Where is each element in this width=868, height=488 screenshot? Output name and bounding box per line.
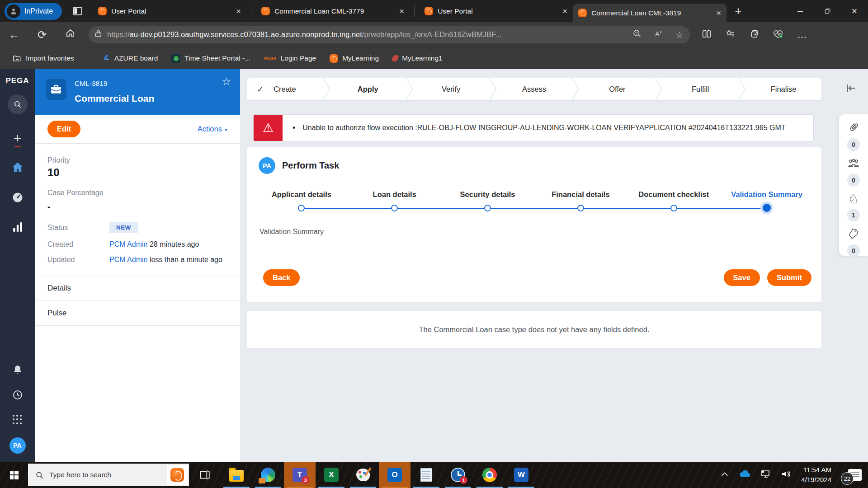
submit-button[interactable]: Submit (767, 269, 811, 286)
stage-offer[interactable]: Offer (579, 78, 655, 100)
paperclip-icon[interactable] (848, 122, 859, 135)
step-dot[interactable] (577, 205, 584, 211)
tray-chevron-up-icon[interactable] (721, 471, 729, 479)
tab-commercial-loan-3779[interactable]: Commercial Loan CML-3779 × (256, 0, 410, 22)
screen: InPrivate User Portal × Commercial Loan … (0, 0, 868, 488)
tab-close-icon[interactable]: × (236, 7, 241, 15)
recents-history-icon[interactable] (12, 389, 23, 402)
step-dot-active[interactable] (763, 204, 771, 212)
back-button-task[interactable]: Back (263, 269, 300, 286)
edit-button[interactable]: Edit (47, 121, 80, 137)
window-restore-button[interactable] (814, 0, 841, 22)
inprivate-badge[interactable]: InPrivate (5, 3, 62, 20)
network-icon[interactable] (760, 469, 771, 480)
taskbar-clock[interactable]: 11:54 AM 4/19/2024 (801, 465, 831, 485)
dashboard-gauge-icon[interactable] (11, 191, 24, 206)
favorite-mylearning1[interactable]: MyLearning1 (388, 54, 447, 62)
tab-user-portal-1[interactable]: User Portal × (93, 0, 246, 22)
settings-more-icon[interactable]: … (797, 29, 808, 41)
tab-document-checklist[interactable]: Document checklist (627, 190, 720, 199)
zoom-out-icon[interactable] (632, 29, 642, 40)
address-bar[interactable]: https://au-dev.p01293.oauthgw.services.c… (89, 26, 690, 43)
tab-validation-summary[interactable]: Validation Summary (720, 190, 813, 199)
section-pulse[interactable]: Pulse (35, 301, 240, 326)
knight-icon[interactable]: ♘ (848, 193, 859, 206)
actions-menu-button[interactable]: Actions▾ (198, 125, 227, 133)
user-avatar[interactable]: PA (9, 437, 26, 454)
notifications-bell-icon[interactable] (12, 364, 23, 377)
new-tab-button[interactable]: + (735, 4, 741, 18)
section-details[interactable]: Details (35, 276, 240, 301)
home-button[interactable] (56, 28, 84, 41)
taskbar-paint[interactable] (347, 462, 379, 488)
reports-chart-icon[interactable] (12, 222, 24, 235)
taskbar-search-input[interactable]: Type here to search (28, 464, 189, 486)
action-center-button[interactable]: 22 (841, 466, 862, 484)
taskbar-word[interactable]: W (505, 462, 537, 488)
home-nav-icon[interactable] (11, 161, 24, 175)
read-aloud-icon[interactable]: A (654, 29, 664, 40)
ing-lion-icon (170, 468, 184, 482)
stage-fulfill[interactable]: Fulfill (662, 78, 738, 100)
ing-favicon (98, 7, 107, 15)
updated-by-link[interactable]: PCM Admin (109, 256, 147, 263)
taskbar-edge[interactable] (252, 462, 284, 488)
tab-applicant-details[interactable]: Applicant details (255, 190, 348, 199)
stage-apply[interactable]: Apply (330, 78, 406, 100)
tab-financial-details[interactable]: Financial details (534, 190, 627, 199)
taskbar-outlook[interactable]: O (379, 462, 410, 488)
favorite-time-sheet-portal[interactable]: Time Sheet Portal -... (167, 54, 255, 63)
create-new-icon[interactable]: + (14, 131, 22, 145)
save-button[interactable]: Save (724, 269, 760, 286)
tab-loan-details[interactable]: Loan details (348, 190, 441, 199)
back-button[interactable]: ← (0, 28, 28, 41)
step-dot[interactable] (298, 205, 305, 211)
start-button[interactable] (0, 462, 28, 488)
taskbar-chrome[interactable] (474, 462, 505, 488)
taskbar-excel[interactable]: X (316, 462, 347, 488)
tab-commercial-loan-3819-active[interactable]: Commercial Loan CML-3819 × (573, 4, 726, 22)
taskbar-clock-app[interactable]: 1 (442, 462, 474, 488)
window-minimize-button[interactable] (787, 0, 814, 22)
browser-essentials-icon[interactable] (773, 29, 783, 41)
window-close-button[interactable]: × (841, 0, 868, 22)
favorite-azure-board[interactable]: AZURE board (97, 53, 162, 64)
tab-actions-menu-icon[interactable] (72, 5, 83, 17)
favorite-case-star-icon[interactable]: ☆ (222, 75, 231, 88)
taskbar-teams[interactable]: T 3 (284, 462, 316, 488)
tab-close-icon[interactable]: × (562, 7, 567, 15)
stage-verify[interactable]: Verify (413, 78, 489, 100)
tag-icon[interactable] (848, 228, 859, 241)
created-by-link[interactable]: PCM Admin (109, 240, 147, 248)
refresh-button[interactable]: ⟳ (28, 28, 56, 41)
onedrive-icon[interactable] (738, 469, 751, 480)
browser-tab-bar: InPrivate User Portal × Commercial Loan … (0, 0, 868, 22)
tab-close-icon[interactable]: × (716, 9, 721, 17)
task-view-button[interactable] (189, 462, 221, 488)
tab-close-icon[interactable]: × (399, 7, 404, 15)
favorite-login-page[interactable]: PEGA Login Page (259, 54, 321, 62)
stage-finalise[interactable]: Finalise (745, 78, 821, 100)
ing-app-tile[interactable] (167, 465, 188, 485)
tab-title: User Portal (438, 7, 558, 15)
followers-icon[interactable] (847, 157, 860, 171)
step-dot[interactable] (391, 205, 398, 211)
favorite-star-icon[interactable]: ☆ (675, 29, 684, 40)
favorite-import-favorites[interactable]: Import favorites (8, 54, 79, 62)
app-launcher-grid-icon[interactable] (13, 415, 23, 425)
tab-security-details[interactable]: Security details (441, 190, 534, 199)
search-button[interactable] (8, 94, 28, 114)
stage-assess[interactable]: Assess (496, 78, 572, 100)
taskbar-notepad[interactable] (410, 462, 442, 488)
step-dot[interactable] (484, 205, 491, 211)
step-dot[interactable] (670, 205, 677, 211)
split-screen-icon[interactable] (702, 29, 712, 41)
taskbar-file-explorer[interactable] (221, 462, 252, 488)
collections-icon[interactable] (749, 29, 759, 41)
status-label: Status (47, 224, 109, 232)
favorites-list-icon[interactable] (725, 29, 736, 41)
favorite-mylearning[interactable]: MyLearning (325, 54, 383, 63)
tab-user-portal-2[interactable]: User Portal × (419, 0, 573, 22)
volume-icon[interactable] (781, 469, 792, 480)
collapse-panel-icon[interactable] (845, 83, 857, 95)
